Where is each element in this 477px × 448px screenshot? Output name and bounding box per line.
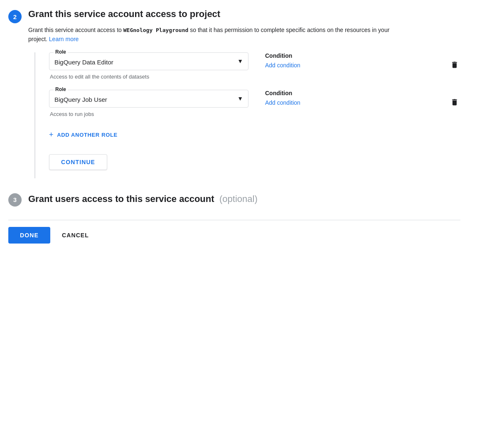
step3-optional: (optional)	[219, 194, 258, 204]
done-button[interactable]: DONE	[8, 227, 50, 244]
step3-section: 3 Grant users access to this service acc…	[8, 192, 460, 207]
step2-title-row: Grant this service account access to pro…	[28, 8, 460, 20]
role2-add-condition-link[interactable]: Add condition	[265, 99, 300, 106]
step2-body: Role BigQuery Data Editor ▼ Access to ed…	[34, 52, 460, 178]
role1-condition: Condition Add condition	[265, 52, 432, 69]
step3-circle: 3	[8, 193, 22, 207]
role-row-2: Role BigQuery Job User ▼ Access to run j…	[49, 90, 460, 117]
step2-title: Grant this service account access to pro…	[28, 9, 220, 19]
role2-select-wrapper: Role BigQuery Job User ▼	[49, 90, 248, 108]
step2-description: Grant this service account access to WEG…	[28, 25, 402, 44]
role1-condition-label: Condition	[265, 52, 432, 59]
role2-description: Access to run jobs	[49, 111, 248, 117]
role1-description: Access to edit all the contents of datas…	[49, 74, 248, 80]
role2-delete-button[interactable]	[449, 96, 460, 110]
add-another-role-label: ADD ANOTHER ROLE	[57, 132, 118, 138]
bottom-actions: DONE CANCEL	[8, 220, 460, 244]
learn-more-link[interactable]: Learn more	[49, 36, 79, 42]
continue-button[interactable]: CONTINUE	[49, 154, 107, 170]
role1-label: Role	[54, 49, 68, 55]
role1-select-wrapper: Role BigQuery Data Editor ▼	[49, 52, 248, 70]
step2-circle: 2	[8, 10, 22, 23]
role2-condition: Condition Add condition	[265, 90, 432, 106]
step3-content: Grant users access to this service accou…	[28, 193, 460, 205]
roles-container: Role BigQuery Data Editor ▼ Access to ed…	[49, 52, 460, 170]
role2-condition-label: Condition	[265, 90, 432, 96]
step3-number: 3	[13, 196, 17, 203]
role2-left: Role BigQuery Job User ▼ Access to run j…	[49, 90, 248, 117]
role2-label: Role	[54, 86, 68, 92]
role1-add-condition-link[interactable]: Add condition	[265, 62, 300, 69]
step3-title: Grant users access to this service accou…	[28, 194, 214, 204]
role2-select[interactable]: BigQuery Job User	[49, 90, 248, 107]
step2-content: Grant this service account access to pro…	[28, 8, 460, 178]
role-row-1: Role BigQuery Data Editor ▼ Access to ed…	[49, 52, 460, 80]
role1-select[interactable]: BigQuery Data Editor	[49, 53, 248, 70]
role1-delete-button[interactable]	[449, 59, 460, 73]
cancel-button[interactable]: CANCEL	[59, 227, 92, 244]
role1-left: Role BigQuery Data Editor ▼ Access to ed…	[49, 52, 248, 80]
add-another-role-button[interactable]: + ADD ANOTHER ROLE	[49, 127, 118, 143]
plus-icon: +	[49, 130, 54, 139]
step2-number: 2	[13, 13, 17, 20]
step2-section: 2 Grant this service account access to p…	[8, 8, 460, 178]
